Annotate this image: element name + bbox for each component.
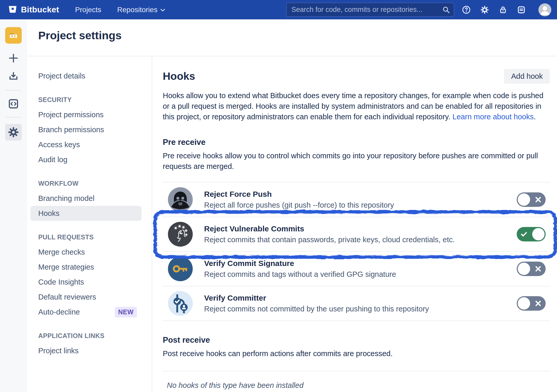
global-search (286, 3, 454, 17)
chevron-down-icon (160, 9, 165, 12)
help-icon[interactable] (462, 5, 471, 14)
source-code-icon[interactable] (8, 98, 19, 109)
nav-item-audit-log[interactable]: Audit log (30, 152, 142, 167)
x-icon (535, 196, 541, 203)
top-navbar: Bitbucket Projects Repositories (0, 0, 557, 19)
feedback-icon[interactable] (517, 5, 526, 14)
post-receive-heading: Post receive (163, 335, 550, 345)
user-avatar[interactable] (538, 3, 551, 16)
hook-row-verify-committer: Verify Committer Reject commits not comm… (163, 286, 550, 321)
pre-receive-description: Pre receive hooks allow you to control w… (163, 151, 550, 172)
rail-settings-active[interactable] (5, 124, 22, 140)
bitbucket-logo[interactable]: Bitbucket (8, 5, 59, 15)
app-icon-rail (0, 19, 27, 392)
hook-name: Reject Vulnerable Commits (204, 224, 455, 233)
nav-item-project-permissions[interactable]: Project permissions (30, 107, 142, 122)
hook-row-verify-commit-signature: Verify Commit Signature Reject commits a… (163, 252, 550, 286)
pre-receive-hook-list: Reject Force Push Reject all force pushe… (163, 182, 550, 321)
rail-divider (5, 117, 21, 117)
hook-row-reject-vulnerable-commits: Reject Vulnerable Commits Reject commits… (163, 217, 550, 252)
rail-divider (5, 90, 21, 91)
navbar-icon-group (462, 0, 551, 19)
hook-name: Verify Committer (204, 294, 429, 302)
bitbucket-project-settings-page: { "navbar": { "brand": "Bitbucket", "lin… (0, 0, 557, 392)
hooks-intro: Hooks allow you to extend what Bitbucket… (163, 90, 550, 122)
nav-repositories[interactable]: Repositories (117, 6, 165, 14)
hooks-heading: Hooks (163, 70, 195, 82)
hooks-settings-panel: Hooks Add hook Hooks allow you to extend… (163, 56, 550, 390)
hook-description: Reject commits that contain passwords, p… (204, 236, 455, 244)
nav-item-project-links[interactable]: Project links (30, 343, 142, 358)
nav-item-branch-permissions[interactable]: Branch permissions (30, 122, 142, 137)
nav-group-security: SECURITY (30, 92, 142, 107)
nav-item-merge-checks[interactable]: Merge checks (30, 245, 142, 260)
nav-group-workflow: WORKFLOW (30, 176, 142, 191)
toggle-verify-committer[interactable] (517, 296, 546, 311)
x-icon (535, 300, 541, 307)
toggle-knob (518, 193, 530, 206)
nav-item-access-keys[interactable]: Access keys (30, 137, 142, 152)
toggle-knob (518, 297, 530, 310)
nav-content-divider (152, 56, 152, 392)
nav-item-project-details[interactable]: Project details (30, 68, 142, 83)
learn-more-link[interactable]: Learn more about hooks (452, 113, 533, 121)
toggle-reject-vulnerable-commits[interactable] (517, 227, 546, 241)
check-icon (521, 231, 527, 238)
create-plus-icon[interactable] (7, 52, 19, 64)
darth-vader-icon (168, 187, 193, 212)
nav-projects[interactable]: Projects (75, 6, 101, 14)
nav-item-hooks[interactable]: Hooks (30, 206, 142, 221)
new-badge: NEW (115, 307, 137, 317)
search-icon[interactable] (442, 6, 450, 14)
settings-nav: Project details SECURITY Project permiss… (27, 56, 152, 358)
toggle-knob (518, 263, 530, 275)
settings-gear-icon[interactable] (480, 5, 489, 14)
toggle-verify-commit-signature[interactable] (517, 262, 546, 276)
pre-receive-heading: Pre receive (163, 138, 550, 147)
clone-download-icon[interactable] (8, 71, 19, 82)
gear-icon (8, 127, 19, 138)
project-folder-icon (8, 30, 19, 41)
nav-item-default-reviewers[interactable]: Default reviewers (30, 289, 142, 304)
hook-name: Verify Commit Signature (204, 259, 396, 268)
page-title: Project settings (38, 29, 122, 42)
x-icon (535, 265, 541, 272)
toggle-knob (532, 228, 545, 240)
search-input[interactable] (286, 3, 454, 17)
bitbucket-bucket-icon (8, 5, 18, 15)
key-icon (168, 256, 193, 281)
lock-icon[interactable] (499, 5, 507, 14)
commit-graph-icon (168, 291, 193, 316)
person-icon (538, 3, 551, 16)
brand-name: Bitbucket (21, 5, 59, 14)
hook-name: Reject Force Push (204, 190, 394, 199)
project-avatar[interactable] (5, 27, 22, 44)
post-receive-divider (163, 371, 550, 371)
face-with-stars-icon (168, 222, 193, 247)
toggle-reject-force-push[interactable] (517, 192, 546, 207)
nav-group-pull-requests: PULL REQUESTS (30, 230, 142, 245)
nav-item-merge-strategies[interactable]: Merge strategies (30, 260, 142, 275)
nav-item-auto-decline[interactable]: Auto-decline NEW (30, 304, 142, 319)
post-receive-description: Post receive hooks can perform actions a… (163, 348, 550, 359)
post-receive-empty-message: No hooks of this type have been installe… (167, 381, 550, 390)
hook-description: Reject all force pushes (git push --forc… (204, 201, 394, 209)
hook-description: Reject commits and tags without a verifi… (204, 270, 396, 279)
add-hook-button[interactable]: Add hook (504, 69, 550, 84)
nav-item-code-insights[interactable]: Code Insights (30, 275, 142, 289)
hook-row-reject-force-push: Reject Force Push Reject all force pushe… (163, 183, 550, 217)
nav-group-application-links: APPLICATION LINKS (30, 328, 142, 343)
hook-description: Reject commits not committed by the user… (204, 305, 429, 313)
nav-item-branching-model[interactable]: Branching model (30, 191, 142, 206)
